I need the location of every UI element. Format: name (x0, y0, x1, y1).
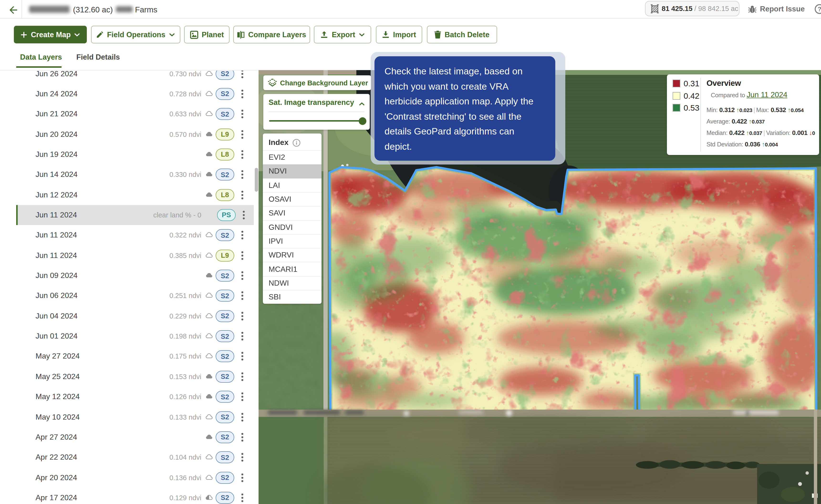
svg-text:?: ? (818, 5, 821, 13)
